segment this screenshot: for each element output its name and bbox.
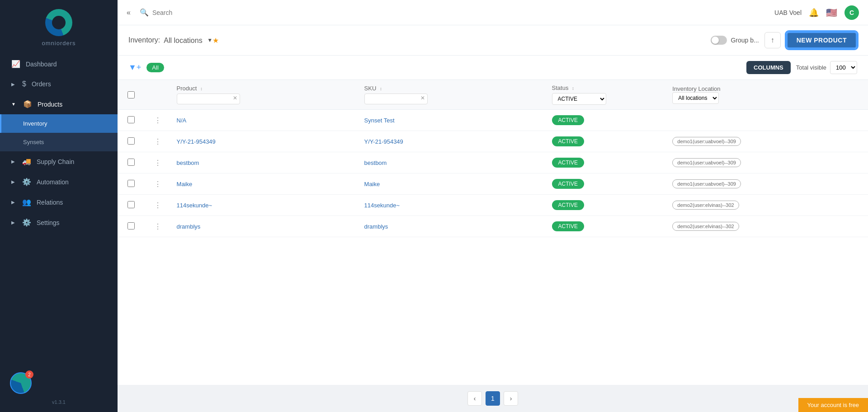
product-link-4[interactable]: 114sekunde~ bbox=[177, 202, 212, 209]
columns-button[interactable]: COLUMNS bbox=[746, 61, 791, 74]
sidebar-item-orders[interactable]: ▶ $ Orders bbox=[0, 74, 118, 94]
sidebar-item-products[interactable]: ▼ 📦 Products bbox=[0, 94, 118, 114]
sku-filter-clear-icon[interactable]: ✕ bbox=[420, 95, 425, 101]
location-tag-2: demo1(user:uabvoel)--309 bbox=[672, 158, 741, 167]
collapse-icon[interactable]: « bbox=[127, 9, 131, 17]
product-link-1[interactable]: Y/Y-21-954349 bbox=[177, 138, 216, 145]
location-select[interactable]: All locations bbox=[164, 37, 204, 44]
next-page-button[interactable]: › bbox=[504, 391, 518, 406]
table-row: ⋮ bestbom bestbom ACTIVE demo1(user:uabv… bbox=[118, 152, 868, 173]
search-input[interactable] bbox=[152, 9, 243, 16]
location-tag-1: demo1(user:uabvoel)--309 bbox=[672, 137, 741, 146]
row-checkbox-cell bbox=[118, 173, 144, 195]
group-by-switch[interactable] bbox=[711, 36, 727, 45]
orders-arrow-icon: ▶ bbox=[11, 82, 15, 87]
notification-avatar-wrap: 2 bbox=[10, 372, 32, 394]
page-1-button[interactable]: 1 bbox=[486, 391, 500, 406]
product-sort-icon[interactable]: ↕ bbox=[200, 86, 203, 91]
table-row: ⋮ Y/Y-21-954349 Y/Y-21-954349 ACTIVE dem… bbox=[118, 131, 868, 152]
product-link-0[interactable]: N/A bbox=[177, 117, 187, 124]
row-checkbox-4[interactable] bbox=[127, 201, 135, 208]
row-checkbox-cell bbox=[118, 216, 144, 237]
row-sku-5: dramblys bbox=[359, 216, 547, 237]
row-menu-2[interactable]: ⋮ bbox=[144, 152, 171, 173]
sidebar-item-automation[interactable]: ▶ ⚙️ Automation bbox=[0, 172, 118, 192]
product-filter-input[interactable] bbox=[177, 94, 240, 104]
status-badge-2: ACTIVE bbox=[552, 158, 584, 168]
status-badge-1: ACTIVE bbox=[552, 136, 584, 146]
export-button[interactable]: ↑ bbox=[764, 32, 781, 48]
flag-icon: 🇺🇸 bbox=[826, 7, 837, 18]
sidebar-item-synsets[interactable]: Synsets bbox=[0, 133, 118, 151]
row-sku-4: 114sekunde~ bbox=[359, 195, 547, 216]
row-checkbox-3[interactable] bbox=[127, 180, 135, 187]
status-badge-0: ACTIVE bbox=[552, 115, 584, 125]
favorite-star-icon[interactable]: ★ bbox=[212, 36, 219, 45]
header-status: Status ↕ ACTIVE INACTIVE bbox=[547, 80, 667, 110]
row-menu-0[interactable]: ⋮ bbox=[144, 110, 171, 131]
sidebar-item-relations[interactable]: ▶ 👥 Relations bbox=[0, 192, 118, 212]
sku-link-0[interactable]: Synset Test bbox=[364, 117, 395, 124]
sku-filter-input[interactable] bbox=[364, 94, 428, 104]
status-sort-icon[interactable]: ↕ bbox=[572, 86, 574, 91]
row-product-1: Y/Y-21-954349 bbox=[171, 131, 359, 152]
location-col-label: Inventory Location bbox=[672, 85, 720, 92]
select-all-checkbox[interactable] bbox=[127, 91, 135, 98]
row-checkbox-5[interactable] bbox=[127, 222, 135, 229]
row-menu-5[interactable]: ⋮ bbox=[144, 216, 171, 237]
sidebar-item-label: Supply Chain bbox=[37, 158, 74, 165]
product-filter-clear-icon[interactable]: ✕ bbox=[233, 95, 237, 101]
row-product-4: 114sekunde~ bbox=[171, 195, 359, 216]
relations-icon: 👥 bbox=[22, 198, 31, 206]
search-icon: 🔍 bbox=[140, 8, 149, 17]
row-checkbox-cell bbox=[118, 152, 144, 173]
total-visible-select[interactable]: 100 bbox=[830, 61, 857, 74]
user-avatar[interactable]: C bbox=[844, 5, 859, 20]
new-product-button[interactable]: NEW PRODUCT bbox=[786, 32, 857, 49]
row-sku-2: bestbom bbox=[359, 152, 547, 173]
product-link-3[interactable]: Maike bbox=[177, 181, 193, 187]
inventory-table: Product ↕ ✕ SKU ↕ ✕ bbox=[118, 80, 868, 237]
row-location-2: demo1(user:uabvoel)--309 bbox=[667, 152, 868, 173]
location-filter-select[interactable]: All locations bbox=[672, 92, 719, 104]
product-link-2[interactable]: bestbom bbox=[177, 159, 199, 166]
header-location: Inventory Location All locations bbox=[667, 80, 868, 110]
row-checkbox-2[interactable] bbox=[127, 159, 135, 166]
sku-link-5[interactable]: dramblys bbox=[364, 223, 388, 230]
filter-icon[interactable]: ▼+ bbox=[128, 63, 141, 72]
sku-link-4[interactable]: 114sekunde~ bbox=[364, 202, 400, 209]
row-checkbox-0[interactable] bbox=[127, 116, 135, 123]
row-menu-3[interactable]: ⋮ bbox=[144, 173, 171, 195]
sidebar-item-label: Relations bbox=[37, 199, 63, 206]
page-title: Inventory: bbox=[128, 36, 160, 44]
product-link-5[interactable]: dramblys bbox=[177, 223, 201, 230]
prev-page-button[interactable]: ‹ bbox=[467, 391, 482, 406]
row-checkbox-cell bbox=[118, 110, 144, 131]
group-by-label: Group b... bbox=[731, 37, 759, 44]
sku-link-3[interactable]: Maike bbox=[364, 181, 380, 187]
sidebar-item-supply-chain[interactable]: ▶ 🚚 Supply Chain bbox=[0, 151, 118, 172]
sidebar-item-dashboard[interactable]: 📈 Dashboard bbox=[0, 54, 118, 74]
sku-link-1[interactable]: Y/Y-21-954349 bbox=[364, 138, 403, 145]
row-checkbox-cell bbox=[118, 131, 144, 152]
sidebar-item-settings[interactable]: ▶ ⚙️ Settings bbox=[0, 212, 118, 233]
topbar-right: UAB Voel 🔔 🇺🇸 C bbox=[774, 5, 859, 20]
products-icon: 📦 bbox=[23, 100, 32, 108]
sku-col-label: SKU bbox=[364, 85, 377, 92]
status-filter-select[interactable]: ACTIVE INACTIVE bbox=[552, 93, 606, 105]
notification-badge: 2 bbox=[25, 370, 33, 379]
products-subnav: Inventory Synsets bbox=[0, 114, 118, 151]
export-icon: ↑ bbox=[771, 36, 774, 44]
sku-link-2[interactable]: bestbom bbox=[364, 159, 387, 166]
sidebar-item-label: Products bbox=[38, 101, 62, 108]
row-menu-4[interactable]: ⋮ bbox=[144, 195, 171, 216]
logo-text: omniorders bbox=[42, 40, 75, 47]
filter-all-badge[interactable]: All bbox=[146, 63, 164, 72]
sku-sort-icon[interactable]: ↕ bbox=[380, 86, 382, 91]
sidebar-item-inventory[interactable]: Inventory bbox=[0, 114, 118, 133]
bell-icon[interactable]: 🔔 bbox=[809, 8, 819, 18]
row-location-1: demo1(user:uabvoel)--309 bbox=[667, 131, 868, 152]
row-menu-1[interactable]: ⋮ bbox=[144, 131, 171, 152]
row-checkbox-1[interactable] bbox=[127, 137, 135, 145]
location-dropdown-arrow-icon: ▼ bbox=[207, 37, 212, 43]
